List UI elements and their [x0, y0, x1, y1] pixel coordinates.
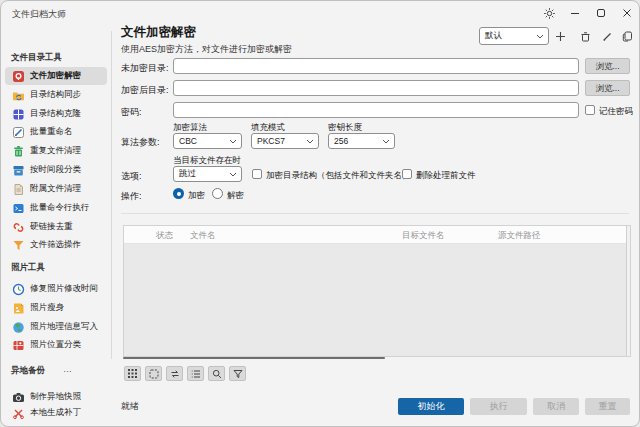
- sidebar-item-photo-slim[interactable]: 照片瘦身: [5, 299, 107, 317]
- password-label: 密码:: [121, 106, 142, 119]
- chain-link-icon: [12, 221, 25, 234]
- sidebar-item-batch-cmd[interactable]: 批量命令行执行: [5, 199, 107, 217]
- exist-value: 跳过: [179, 168, 196, 180]
- add-preset-button[interactable]: [552, 28, 568, 44]
- remember-password-checkbox[interactable]: [585, 105, 595, 115]
- results-table[interactable]: 状态 文件名 目标文件名 源文件路径: [123, 225, 631, 357]
- encrypt-names-checkbox[interactable]: [252, 169, 262, 179]
- delete-source-label: 删除处理前文件: [416, 170, 476, 182]
- initialize-button[interactable]: 初始化: [398, 398, 464, 415]
- sidebar-item-label: 批量重命名: [30, 126, 73, 138]
- encrypt-radio[interactable]: [173, 188, 184, 199]
- delete-source-checkbox[interactable]: [402, 169, 412, 179]
- keylen-value: 256: [334, 136, 348, 146]
- sidebar-item-label: 照片瘦身: [30, 302, 64, 314]
- delete-preset-button[interactable]: [577, 28, 593, 44]
- sidebar-item-hardlink-dedup[interactable]: 硬链接去重: [5, 218, 107, 236]
- options-label: 选项:: [121, 170, 142, 183]
- sidebar-item-label: 文件加密解密: [30, 70, 81, 82]
- execute-button[interactable]: 执行: [470, 398, 527, 415]
- deselect-button[interactable]: [145, 366, 162, 381]
- folder-sync-icon: [12, 89, 25, 102]
- horizontal-scrollbar-thumb[interactable]: [123, 357, 385, 359]
- page-title: 文件加密解密: [121, 24, 196, 41]
- theme-toggle-icon[interactable]: [542, 6, 556, 20]
- sidebar-item-local-patch[interactable]: 本地生成补丁: [5, 404, 107, 422]
- keylen-select[interactable]: 256: [328, 133, 395, 149]
- sidebar-item-dup-clean[interactable]: 重复文件清理: [5, 142, 107, 160]
- maximize-button[interactable]: [594, 6, 608, 20]
- globe-icon: [12, 321, 25, 334]
- sidebar-item-fix-photo-time[interactable]: 修复照片修改时间: [5, 280, 107, 298]
- duplicate-preset-button[interactable]: [619, 28, 635, 44]
- sidebar-item-label: 附属文件清理: [30, 183, 81, 195]
- algorithm-value: CBC: [179, 136, 197, 146]
- cancel-button[interactable]: 取消: [533, 398, 579, 415]
- algorithm-select[interactable]: CBC: [173, 133, 242, 149]
- decrypt-radio-label: 解密: [227, 190, 244, 202]
- padding-value: PKCS7: [257, 136, 285, 146]
- exist-select[interactable]: 跳过: [173, 166, 242, 182]
- invert-selection-button[interactable]: [166, 366, 183, 381]
- sidebar-section-offsite-backup: 异地备份: [11, 365, 45, 377]
- trash-green-icon: [12, 145, 25, 158]
- terminal-icon: [12, 202, 25, 215]
- password-input[interactable]: [173, 102, 579, 118]
- window-title: 文件归档大师: [12, 8, 66, 21]
- list-view-button[interactable]: [187, 366, 204, 381]
- edit-preset-button[interactable]: [599, 28, 615, 44]
- preset-select[interactable]: 默认: [479, 27, 549, 45]
- filter-button[interactable]: [229, 366, 246, 381]
- decrypt-radio[interactable]: [212, 188, 223, 199]
- sidebar-item-file-filter[interactable]: 文件筛选操作: [5, 236, 107, 254]
- app-window: 文件归档大师 文件目录工具 文件加密解密 目录结构同步 目录结构克隆: [0, 0, 640, 427]
- operation-label: 操作:: [121, 190, 142, 203]
- table-header-filename: 文件名: [184, 226, 396, 243]
- sidebar-item-photo-location[interactable]: 照片位置分类: [5, 336, 107, 354]
- table-header-source-path: 源文件路径: [492, 226, 626, 243]
- reset-button[interactable]: 重置: [585, 398, 630, 415]
- search-button[interactable]: [208, 366, 225, 381]
- vertical-scrollbar[interactable]: [626, 226, 630, 356]
- padding-select[interactable]: PKCS7: [251, 133, 319, 149]
- encrypt-names-label: 加密目录结构（包括文件和文件夹名）: [266, 170, 411, 182]
- sidebar-item-label: 修复照片修改时间: [30, 283, 98, 295]
- source-browse-button[interactable]: 浏览...: [585, 58, 630, 74]
- funnel-icon: [12, 239, 25, 252]
- select-all-button[interactable]: [124, 366, 141, 381]
- sidebar-item-batch-rename[interactable]: 批量重命名: [5, 123, 107, 141]
- sidebar-item-photo-geo[interactable]: 照片地理信息写入: [5, 318, 107, 336]
- page-subtitle: 使用AES加密方法，对文件进行加密或解密: [121, 43, 292, 56]
- target-dir-input[interactable]: [173, 80, 579, 96]
- sidebar-item-time-classify[interactable]: 按时间段分类: [5, 161, 107, 179]
- close-button[interactable]: [620, 6, 634, 20]
- archive-box-icon: [12, 164, 25, 177]
- minimize-button[interactable]: [568, 6, 582, 20]
- sidebar-item-label: 批量命令行执行: [30, 202, 90, 214]
- sidebar-section-file-tools: 文件目录工具: [11, 52, 62, 64]
- sidebar-item-label: 硬链接去重: [30, 221, 73, 233]
- clock-icon: [12, 283, 25, 296]
- remember-password-label: 记住密码: [599, 106, 633, 118]
- rename-pencil-icon: [12, 126, 25, 139]
- source-dir-label: 未加密目录:: [121, 62, 169, 75]
- map-icon: [12, 339, 25, 352]
- sidebar-item-label: 本地生成补丁: [30, 407, 81, 419]
- params-label: 算法参数:: [121, 136, 160, 149]
- sidebar-item-file-encrypt[interactable]: 文件加密解密: [5, 67, 107, 85]
- clone-grid-icon: [12, 108, 25, 121]
- sidebar-item-label: 照片位置分类: [30, 339, 81, 351]
- encrypt-icon: [12, 70, 25, 83]
- sidebar-item-attach-clean[interactable]: 附属文件清理: [5, 180, 107, 198]
- source-dir-input[interactable]: [173, 58, 579, 74]
- target-browse-button[interactable]: 浏览...: [585, 80, 630, 96]
- sidebar-item-label: 按时间段分类: [30, 164, 81, 176]
- sidebar-item-label: 照片地理信息写入: [30, 321, 98, 333]
- backup-more-button[interactable]: …: [63, 364, 73, 374]
- sidebar-item-label: 重复文件清理: [30, 145, 81, 157]
- sidebar-item-dir-sync[interactable]: 目录结构同步: [5, 86, 107, 104]
- sidebar-item-dir-clone[interactable]: 目录结构克隆: [5, 105, 107, 123]
- titlebar: 文件归档大师: [1, 1, 639, 25]
- sidebar-item-label: 制作异地快照: [30, 391, 81, 403]
- sidebar-section-photo-tools: 照片工具: [11, 262, 45, 274]
